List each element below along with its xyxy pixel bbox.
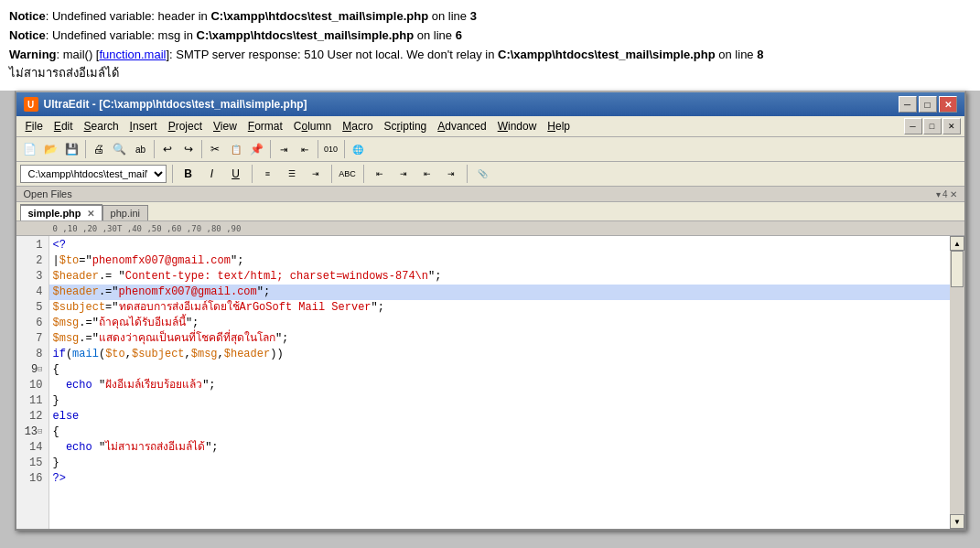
scroll-down-button[interactable]: ▼ — [950, 514, 964, 529]
format-sep-3 — [363, 165, 364, 183]
code-line-14[interactable]: echo "ไม่สามารถส่งอีเมล์ได้"; — [49, 440, 950, 456]
menu-restore-button[interactable]: □ — [923, 118, 942, 134]
indent2-button[interactable]: ⇥ — [306, 164, 326, 184]
code-line-6[interactable]: $msg.="ถ้าคุณได้รับอีเมล์นี้"; — [49, 316, 950, 331]
menu-edit[interactable]: Edit — [48, 118, 79, 134]
menu-project[interactable]: Project — [163, 118, 208, 134]
code-line-11[interactable]: } — [49, 393, 950, 409]
undo-button[interactable]: ↩ — [157, 139, 178, 159]
open-button[interactable]: 📂 — [41, 139, 61, 159]
menu-format[interactable]: Format — [242, 118, 288, 134]
italic-button[interactable]: I — [202, 164, 222, 184]
menu-min-button[interactable]: ─ — [904, 118, 922, 134]
editor-area: 123456789 ⊟10111213 ⊟141516 <?|$to="phen… — [16, 236, 964, 529]
toolbar-sep-5 — [318, 140, 318, 158]
code-line-2[interactable]: |$to="phenomfx007@gmail.com"; — [49, 253, 950, 269]
list-button[interactable]: ☰ — [282, 164, 302, 184]
macro-button[interactable]: 010 — [321, 139, 341, 159]
menu-window[interactable]: Window — [492, 118, 543, 134]
code-area[interactable]: <?|$to="phenomfx007@gmail.com";$header.=… — [49, 236, 950, 529]
notice-1: Notice: Undefined variable: header in C:… — [9, 7, 971, 27]
tab-simple-php-close[interactable]: ✕ — [87, 209, 94, 219]
replace-button[interactable]: ab — [131, 139, 151, 159]
open-files-close[interactable]: ✕ — [950, 189, 957, 199]
outdent3-button[interactable]: ⇤ — [417, 164, 437, 184]
open-files-pin[interactable]: ▾ — [936, 189, 941, 199]
tab-simple-php-label: simple.php — [28, 208, 81, 219]
thai-error-text: ไม่สามารถส่งอีเมล์ได้ — [9, 66, 119, 80]
menu-macro[interactable]: Macro — [337, 118, 378, 134]
new-button[interactable]: 📄 — [20, 139, 40, 159]
menubar-controls: ─ □ ✕ — [904, 118, 961, 134]
open-files-controls: ▾ 4 ✕ — [936, 189, 957, 199]
code-line-7[interactable]: $msg.="แสดงว่าคุณเป็นคนที่โชคดีที่สุดในโ… — [49, 331, 950, 347]
code-line-1[interactable]: <? — [49, 238, 950, 253]
line-num-16: 16 — [16, 471, 48, 487]
find-button[interactable]: 🔍 — [110, 139, 130, 159]
format-sep-4 — [467, 165, 468, 183]
code-line-13[interactable]: { — [49, 424, 950, 440]
code-line-3[interactable]: $header.= "Content-type: text/html; char… — [49, 269, 950, 285]
line-num-7: 7 — [16, 331, 48, 347]
redo-button[interactable]: ↪ — [178, 139, 199, 159]
scroll-track[interactable] — [950, 251, 964, 514]
outdent2-button[interactable]: ⇤ — [370, 164, 390, 184]
menu-scripting[interactable]: Scripting — [379, 118, 433, 134]
main-toolbar: 📄 📂 💾 🖨 🔍 ab ↩ ↪ ✂ 📋 📌 ⇥ ⇤ 010 🌐 — [16, 137, 964, 162]
line-num-13: 13 ⊟ — [16, 424, 48, 440]
close-button[interactable]: ✕ — [939, 96, 957, 113]
menu-advanced[interactable]: Advanced — [432, 118, 491, 134]
underline-button[interactable]: U — [226, 164, 246, 184]
paste-button[interactable]: 📌 — [247, 139, 267, 159]
titlebar: U UltraEdit - [C:\xampp\htdocs\test_mail… — [16, 92, 964, 116]
menu-column[interactable]: Column — [288, 118, 337, 134]
copy-button[interactable]: 📋 — [226, 139, 246, 159]
toolbar-sep-6 — [344, 140, 345, 158]
ftp-button[interactable]: 🌐 — [348, 139, 368, 159]
menu-help[interactable]: Help — [542, 118, 576, 134]
scroll-thumb[interactable] — [951, 251, 964, 287]
outdent-button[interactable]: ⇤ — [295, 139, 315, 159]
align-left-button[interactable]: ≡ — [258, 164, 278, 184]
tab-simple-php[interactable]: simple.php ✕ — [20, 204, 102, 220]
line-num-3: 3 — [16, 269, 48, 285]
code-line-8[interactable]: if(mail($to,$subject,$msg,$header)) — [49, 347, 950, 362]
line-numbers: 123456789 ⊟10111213 ⊟141516 — [16, 236, 49, 529]
line-num-10: 10 — [16, 378, 48, 393]
format-sep-2 — [331, 165, 332, 183]
code-line-9[interactable]: { — [49, 362, 950, 378]
line-num-2: 2 — [16, 253, 48, 269]
code-line-16[interactable]: ?> — [49, 471, 950, 487]
tab-php-ini-label: php.ini — [111, 208, 140, 219]
toolbar-sep-3 — [201, 140, 202, 158]
code-line-10[interactable]: echo "ฝังอีเมล์เรียบร้อยแล้ว"; — [49, 378, 950, 393]
print-button[interactable]: 🖨 — [89, 139, 109, 159]
indent4-button[interactable]: ⇥ — [441, 164, 461, 184]
titlebar-left: U UltraEdit - [C:\xampp\htdocs\test_mail… — [24, 97, 307, 112]
path-dropdown[interactable]: C:\xampp\htdocs\test_mail\simp — [20, 165, 167, 183]
code-line-4[interactable]: $header.="phenomfx007@gmail.com"; — [49, 285, 950, 300]
menu-insert[interactable]: Insert — [124, 118, 163, 134]
tab-php-ini[interactable]: php.ini — [102, 205, 148, 220]
cut-button[interactable]: ✂ — [205, 139, 225, 159]
bold-button[interactable]: B — [178, 164, 199, 184]
menu-search[interactable]: Search — [79, 118, 124, 134]
menu-close-button[interactable]: ✕ — [942, 118, 961, 134]
indent-button[interactable]: ⇥ — [274, 139, 294, 159]
spell-button[interactable]: ABC — [338, 164, 358, 184]
clip-button[interactable]: 📎 — [473, 164, 493, 184]
minimize-button[interactable]: ─ — [899, 96, 917, 113]
code-line-12[interactable]: else — [49, 409, 950, 424]
toolbar-sep-1 — [85, 140, 86, 158]
line-num-4: 4 — [16, 285, 48, 300]
menu-file[interactable]: File — [20, 118, 48, 134]
save-button[interactable]: 💾 — [62, 139, 82, 159]
indent3-button[interactable]: ⇥ — [393, 164, 414, 184]
scrollbar[interactable]: ▲ ▼ — [950, 236, 964, 529]
maximize-button[interactable]: □ — [919, 96, 937, 113]
menu-view[interactable]: View — [208, 118, 242, 134]
code-line-5[interactable]: $subject="ทดสอบการส่งอีเมล์โดยใช้ArGoSof… — [49, 300, 950, 316]
open-files-label: Open Files — [24, 188, 72, 199]
code-line-15[interactable]: } — [49, 456, 950, 471]
scroll-up-button[interactable]: ▲ — [950, 236, 964, 251]
